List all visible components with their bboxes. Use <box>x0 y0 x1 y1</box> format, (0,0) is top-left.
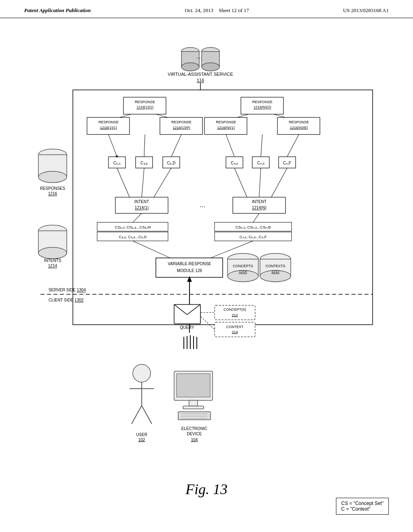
arrow-r12-c12 <box>144 135 145 157</box>
patent-number: US 2013/0283168 A1 <box>343 7 389 14</box>
arrow-top1-r11 <box>119 114 131 117</box>
svg-text:VARIABLE-RESPONSE: VARIABLE-RESPONSE <box>168 262 211 266</box>
svg-text:1214(N): 1214(N) <box>252 206 266 210</box>
legend-line2: C = "Context" <box>341 506 384 512</box>
legend-box: CS = "Concept Set" C = "Context" <box>336 498 389 515</box>
svg-line-63 <box>142 405 152 424</box>
svg-text:...: ... <box>196 53 201 60</box>
device-label2: DEVICE <box>187 432 202 436</box>
contexts-cylinder: CONTEXTS 1212 <box>260 254 291 282</box>
svg-text:212: 212 <box>232 313 238 317</box>
arrow-cs1-vrm <box>133 241 170 258</box>
svg-rect-66 <box>189 400 198 406</box>
svg-point-2 <box>181 63 199 71</box>
svg-text:RESPONSES: RESPONSES <box>40 186 65 191</box>
query-to-context-line <box>201 317 215 330</box>
intents-cylinder: INTENTS 1214 <box>38 225 67 268</box>
svg-text:CSₙ,₁; CSₙ,₂...CSₙ,B: CSₙ,₁; CSₙ,₂...CSₙ,B <box>236 225 271 229</box>
svg-text:1212: 1212 <box>271 270 280 274</box>
arrow-cN2-intentN <box>259 168 261 197</box>
user-label: USER <box>136 432 147 437</box>
svg-text:1216: 1216 <box>48 191 57 196</box>
svg-point-59 <box>133 364 150 382</box>
svg-text:C₁,D: C₁,D <box>167 161 175 165</box>
date-sheet: Oct. 24, 2013 Sheet 12 of 17 <box>185 7 249 14</box>
vas-icon: ... <box>181 48 219 71</box>
vas-number: 116 <box>197 78 204 83</box>
svg-text:INTENTS: INTENTS <box>44 258 61 263</box>
client-side-label: CLIENT SIDE 1302 <box>48 298 83 302</box>
arrow-c11-intent1 <box>117 168 129 197</box>
svg-text:1210: 1210 <box>239 270 247 274</box>
svg-line-62 <box>131 405 142 424</box>
svg-text:1214: 1214 <box>48 264 57 268</box>
concepts-cylinder: CONCEPTS 1210 <box>227 254 258 282</box>
device-label: ELECTRONIC <box>181 426 208 431</box>
svg-text:214: 214 <box>232 330 238 334</box>
user-number: 102 <box>138 438 145 442</box>
svg-text:Cₙ,F: Cₙ,F <box>283 161 291 165</box>
diagram-area: ... VIRTUAL-ASSISTANT SERVICE 116 RESPON… <box>0 18 413 522</box>
svg-text:CONCEPTS: CONCEPTS <box>233 264 253 268</box>
arrow-top1-r1P <box>156 114 168 117</box>
svg-text:CONTEXTS: CONTEXTS <box>265 264 285 268</box>
svg-point-14 <box>38 247 67 259</box>
svg-text:1216(N)(E): 1216(N)(E) <box>290 126 308 130</box>
query-label: QUERY <box>180 325 194 330</box>
svg-rect-67 <box>183 406 204 409</box>
svg-text:1216(N)(1): 1216(N)(1) <box>217 126 235 130</box>
arrow-cN1-intentN <box>234 168 247 197</box>
svg-point-5 <box>202 63 219 71</box>
svg-text:1216(N)(2): 1216(N)(2) <box>254 105 271 109</box>
svg-text:INTENT: INTENT <box>134 200 149 204</box>
arrow-topN-rN1 <box>237 114 249 117</box>
arrow-rN2-cN2 <box>261 135 263 157</box>
arrow-rNE-cNF <box>287 135 299 157</box>
svg-text:MODULE 126: MODULE 126 <box>177 268 202 273</box>
svg-text:RESPONSE: RESPONSE <box>135 100 155 104</box>
vrm-box <box>156 258 223 277</box>
user-figure <box>129 364 154 424</box>
arrow-c12-intent1 <box>142 168 144 197</box>
arrow-c1D-intent1 <box>154 168 171 197</box>
svg-text:1214(1): 1214(1) <box>135 206 149 210</box>
vas-label: VIRTUAL-ASSISTANT SERVICE <box>168 72 233 77</box>
svg-text:RESPONSE: RESPONSE <box>216 120 236 124</box>
arrow-r1P-c1D <box>171 135 181 157</box>
figure-label: Fig. 13 <box>186 481 227 498</box>
svg-text:Cₙ,₁; Cₙ,₂...Cₙ,F: Cₙ,₁; Cₙ,₂...Cₙ,F <box>240 235 267 239</box>
arrow-r11-c11 <box>108 135 117 157</box>
arrow-cNF-intentN <box>271 168 287 197</box>
svg-text:C₁,₁; C₁,₂...C₁,D: C₁,₁; C₁,₂...C₁,D <box>119 235 147 239</box>
sheet-info: Sheet 12 of 17 <box>219 7 249 13</box>
server-side-label: SERVER SIDE 1304 <box>48 288 86 292</box>
patent-diagram: ... VIRTUAL-ASSISTANT SERVICE 116 RESPON… <box>16 26 397 510</box>
svg-text:CONCEPT(S): CONCEPT(S) <box>223 308 246 312</box>
publication-label: Patent Application Publication <box>24 7 91 14</box>
arrow-intent1-cs1 <box>133 213 142 222</box>
svg-point-9 <box>38 171 67 183</box>
svg-text:Cₙ,₂: Cₙ,₂ <box>257 161 265 165</box>
svg-text:CONTEXT: CONTEXT <box>226 325 244 329</box>
svg-text:C₁,₂: C₁,₂ <box>140 161 148 165</box>
legend-line1: CS = "Concept Set" <box>341 501 384 506</box>
svg-text:C₁,₁: C₁,₁ <box>113 161 121 165</box>
svg-text:1216(1)(2): 1216(1)(2) <box>136 105 153 109</box>
svg-text:CS₁,₁; CS₁,₂...CS₁,M: CS₁,₁; CS₁,₂...CS₁,M <box>115 225 151 229</box>
dots: ... <box>200 201 205 208</box>
svg-rect-65 <box>177 374 210 397</box>
date: Oct. 24, 2013 <box>185 7 213 13</box>
svg-text:Cₙ,₁: Cₙ,₁ <box>231 161 238 165</box>
svg-text:RESPONSE: RESPONSE <box>171 120 192 124</box>
responses-cylinder: RESPONSES 1216 <box>38 149 67 196</box>
svg-text:1216(1)(P): 1216(1)(P) <box>173 126 190 130</box>
page-header: Patent Application Publication Oct. 24, … <box>0 0 413 18</box>
svg-text:1216(1)(1): 1216(1)(1) <box>100 126 117 130</box>
svg-text:RESPONSE: RESPONSE <box>252 100 273 104</box>
device-number: 104 <box>191 438 198 442</box>
arrow-topN-rNE <box>273 114 286 117</box>
electronic-device-icon <box>174 371 213 420</box>
arrow-rN1-cN1 <box>226 135 234 157</box>
arrow-intentN-csN <box>253 213 259 222</box>
svg-text:RESPONSE: RESPONSE <box>289 120 309 124</box>
